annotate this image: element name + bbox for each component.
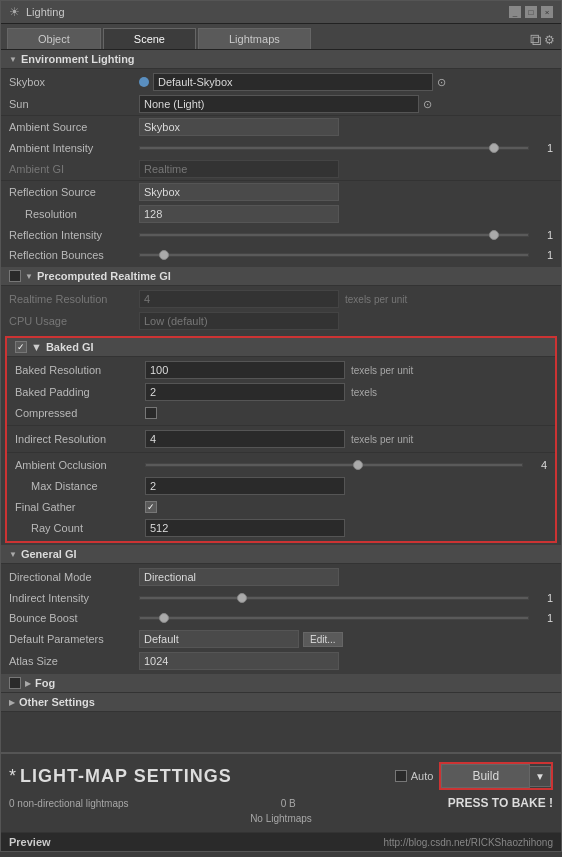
reflection-resolution-dropdown[interactable]: 128	[139, 205, 339, 223]
general-gi-title: General GI	[21, 548, 77, 560]
indirect-intensity-thumb[interactable]	[237, 593, 247, 603]
other-settings-title: Other Settings	[19, 696, 95, 708]
skybox-value: ⊙	[139, 73, 553, 91]
no-lightmaps: No Lightmaps	[250, 813, 312, 824]
bounce-boost-thumb[interactable]	[159, 613, 169, 623]
environment-lighting-header[interactable]: ▼ Environment Lighting	[1, 50, 561, 69]
final-gather-label: Final Gather	[15, 501, 145, 513]
ambient-intensity-value: 1	[139, 142, 553, 154]
baked-gi-arrow: ▼	[31, 341, 42, 353]
settings-icon[interactable]: ⚙	[544, 33, 555, 47]
baked-gi-header[interactable]: ▼ Baked GI	[7, 338, 555, 357]
other-settings-header[interactable]: ▶ Other Settings	[1, 693, 561, 712]
reflection-intensity-value: 1	[139, 229, 553, 241]
baked-gi-checkbox[interactable]	[15, 341, 27, 353]
baked-gi-section: ▼ Baked GI Baked Resolution texels per u…	[5, 336, 557, 543]
fog-header[interactable]: ▶ Fog	[1, 674, 561, 693]
reflection-intensity-track[interactable]	[139, 233, 529, 237]
ambient-occlusion-track[interactable]	[145, 463, 523, 467]
ambient-source-row: Ambient Source Skybox	[1, 116, 561, 138]
auto-checkbox-row: Auto	[395, 770, 434, 782]
watermark: http://blog.csdn.net/RICKShaozhihong	[383, 837, 553, 848]
ambient-gi-dropdown[interactable]: Realtime	[139, 160, 339, 178]
max-distance-input[interactable]	[145, 477, 345, 495]
reflection-bounces-row: Reflection Bounces 1	[1, 245, 561, 265]
ambient-occlusion-thumb[interactable]	[353, 460, 363, 470]
reflection-bounces-thumb[interactable]	[159, 250, 169, 260]
reflection-resolution-value: 128	[139, 205, 553, 223]
indirect-resolution-input[interactable]	[145, 430, 345, 448]
auto-label: Auto	[411, 770, 434, 782]
ambient-occlusion-value: 4	[145, 459, 547, 471]
ambient-intensity-track[interactable]	[139, 146, 529, 150]
directional-mode-dropdown[interactable]: Directional	[139, 568, 339, 586]
indirect-intensity-number: 1	[533, 592, 553, 604]
sun-link-icon[interactable]: ⊙	[423, 98, 432, 111]
ambient-intensity-thumb[interactable]	[489, 143, 499, 153]
cpu-usage-row: CPU Usage Low (default)	[1, 310, 561, 332]
reflection-source-value: Skybox	[139, 183, 553, 201]
maximize-button[interactable]: □	[525, 6, 537, 18]
fog-arrow: ▶	[25, 679, 31, 688]
build-button[interactable]: Build	[441, 764, 530, 788]
general-gi-header[interactable]: ▼ General GI	[1, 545, 561, 564]
ray-count-input[interactable]	[145, 519, 345, 537]
indirect-resolution-value: texels per unit	[145, 430, 547, 448]
preview-title: Preview	[9, 836, 51, 848]
size-label: 0 B	[281, 798, 296, 809]
baked-resolution-value: texels per unit	[145, 361, 547, 379]
close-button[interactable]: ×	[541, 6, 553, 18]
precomputed-gi-checkbox[interactable]	[9, 270, 21, 282]
reflection-resolution-label: Resolution	[9, 208, 139, 220]
edit-button[interactable]: Edit...	[303, 632, 343, 647]
reflection-source-row: Reflection Source Skybox	[1, 181, 561, 203]
env-arrow: ▼	[9, 55, 17, 64]
baked-gi-title: Baked GI	[46, 341, 94, 353]
atlas-size-label: Atlas Size	[9, 655, 139, 667]
reflection-bounces-track[interactable]	[139, 253, 529, 257]
reflection-source-dropdown[interactable]: Skybox	[139, 183, 339, 201]
copy-icon[interactable]: ⧉	[530, 31, 541, 49]
bounce-boost-track[interactable]	[139, 616, 529, 620]
baked-resolution-input[interactable]	[145, 361, 345, 379]
window-title: Lighting	[26, 6, 65, 18]
fog-checkbox[interactable]	[9, 677, 21, 689]
baked-padding-input[interactable]	[145, 383, 345, 401]
atlas-size-dropdown[interactable]: 1024	[139, 652, 339, 670]
precomputed-gi-header[interactable]: ▼ Precomputed Realtime GI	[1, 267, 561, 286]
final-gather-value	[145, 501, 547, 513]
skybox-input[interactable]	[153, 73, 433, 91]
ambient-occlusion-number: 4	[527, 459, 547, 471]
indirect-intensity-track[interactable]	[139, 596, 529, 600]
cpu-usage-label: CPU Usage	[9, 315, 139, 327]
skybox-label: Skybox	[9, 76, 139, 88]
indirect-resolution-unit: texels per unit	[351, 434, 413, 445]
default-params-label: Default Parameters	[9, 633, 139, 645]
tab-scene[interactable]: Scene	[103, 28, 196, 49]
compressed-checkbox[interactable]	[145, 407, 157, 419]
tab-object[interactable]: Object	[7, 28, 101, 49]
baked-padding-row: Baked Padding texels	[7, 381, 555, 403]
final-gather-checkbox[interactable]	[145, 501, 157, 513]
tab-lightmaps[interactable]: Lightmaps	[198, 28, 311, 49]
indirect-intensity-label: Indirect Intensity	[9, 592, 139, 604]
bottom-area: * LIGHT-MAP SETTINGS Auto Build ▼ 0 non-…	[1, 752, 561, 832]
preview-bar: Preview http://blog.csdn.net/RICKShaozhi…	[1, 832, 561, 851]
reflection-intensity-thumb[interactable]	[489, 230, 499, 240]
build-dropdown-arrow[interactable]: ▼	[530, 766, 551, 787]
status-row: 0 non-directional lightmaps 0 B PRESS TO…	[9, 796, 553, 810]
skybox-link-icon[interactable]: ⊙	[437, 76, 446, 89]
cpu-usage-dropdown[interactable]: Low (default)	[139, 312, 339, 330]
ambient-source-value: Skybox	[139, 118, 553, 136]
minimize-button[interactable]: _	[509, 6, 521, 18]
auto-checkbox[interactable]	[395, 770, 407, 782]
sun-input[interactable]	[139, 95, 419, 113]
general-gi-arrow: ▼	[9, 550, 17, 559]
baked-resolution-label: Baked Resolution	[15, 364, 145, 376]
realtime-resolution-input[interactable]	[139, 290, 339, 308]
reflection-intensity-row: Reflection Intensity 1	[1, 225, 561, 245]
asterisk-text: *	[9, 766, 16, 787]
default-params-dropdown[interactable]: Default	[139, 630, 299, 648]
ambient-source-dropdown[interactable]: Skybox	[139, 118, 339, 136]
tab-icons: ⧉ ⚙	[530, 31, 555, 49]
